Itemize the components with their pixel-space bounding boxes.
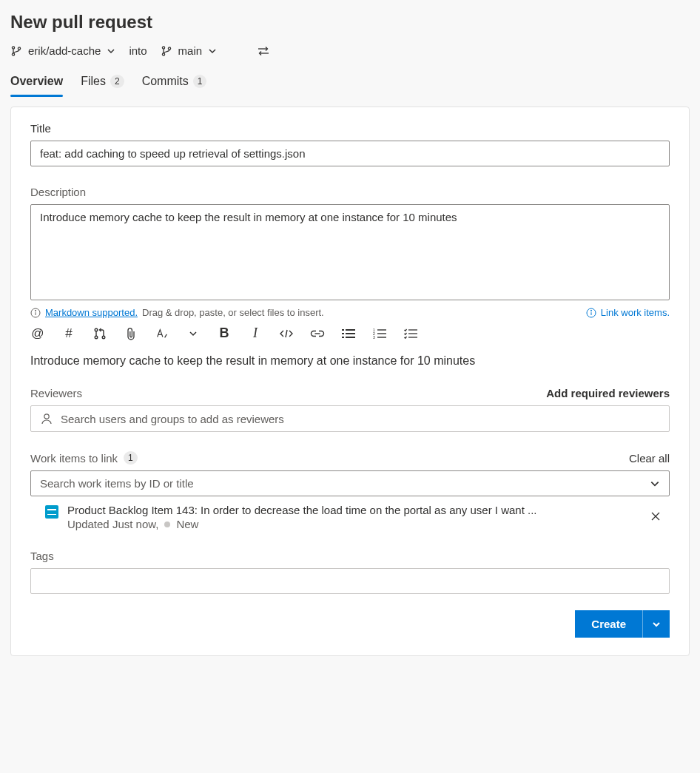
svg-rect-17	[342, 337, 344, 338]
svg-rect-18	[346, 337, 355, 338]
link-icon	[310, 328, 325, 339]
tab-overview[interactable]: Overview	[10, 70, 63, 97]
tab-label: Commits	[142, 75, 189, 88]
reviewers-label: Reviewers	[30, 387, 82, 399]
svg-rect-16	[346, 333, 355, 334]
info-icon	[586, 308, 596, 318]
close-icon	[650, 511, 661, 521]
svg-point-9	[590, 310, 591, 311]
swap-icon	[257, 45, 270, 57]
hash-button[interactable]: #	[61, 326, 76, 341]
work-item-state: New	[176, 518, 198, 530]
source-branch-name: erik/add-cache	[28, 44, 101, 57]
format-expand-button[interactable]	[186, 329, 201, 338]
chevron-down-icon	[652, 620, 661, 629]
commits-count-badge: 1	[193, 75, 207, 88]
work-item-updated: Updated Just now,	[67, 518, 158, 530]
svg-rect-14	[346, 329, 355, 331]
state-dot-icon	[164, 521, 170, 527]
numbered-list-icon: 123	[373, 328, 386, 339]
italic-button[interactable]: I	[248, 325, 263, 341]
pull-request-button[interactable]	[92, 327, 107, 340]
tab-files[interactable]: Files 2	[81, 70, 124, 97]
info-icon	[30, 308, 41, 318]
mention-button[interactable]: @	[30, 326, 45, 341]
svg-rect-15	[342, 333, 344, 334]
work-item-title: Product Backlog Item 143: In order to de…	[67, 504, 637, 516]
drag-drop-hint: Drag & drop, paste, or select files to i…	[142, 307, 324, 318]
person-icon	[40, 412, 53, 425]
code-icon	[279, 328, 294, 340]
chevron-down-icon	[107, 47, 115, 55]
svg-point-22	[44, 414, 49, 419]
work-items-count-badge: 1	[124, 451, 138, 465]
svg-point-10	[95, 328, 98, 331]
bullet-list-button[interactable]	[341, 328, 356, 339]
svg-point-2	[18, 47, 20, 49]
create-dropdown-button[interactable]	[642, 610, 670, 638]
tags-label: Tags	[30, 550, 670, 562]
files-count-badge: 2	[110, 75, 124, 88]
svg-point-0	[12, 46, 14, 48]
page-title: New pull request	[10, 12, 690, 33]
text-format-icon	[155, 327, 169, 340]
clear-all-button[interactable]: Clear all	[629, 452, 670, 465]
into-label: into	[129, 44, 147, 57]
work-item-type-icon	[45, 505, 58, 519]
add-required-reviewers-button[interactable]: Add required reviewers	[546, 387, 670, 399]
work-items-label: Work items to link	[30, 452, 118, 465]
reviewers-search-input[interactable]: Search users and groups to add as review…	[30, 405, 670, 432]
chevron-down-icon	[208, 47, 217, 55]
svg-text:3: 3	[373, 335, 375, 339]
description-label: Description	[30, 186, 670, 198]
link-work-items-button[interactable]: Link work items.	[586, 307, 670, 318]
reviewers-placeholder: Search users and groups to add as review…	[61, 413, 284, 425]
title-input[interactable]	[30, 141, 670, 166]
bullet-list-icon	[342, 328, 355, 339]
svg-point-11	[95, 336, 98, 339]
markdown-supported-link[interactable]: Markdown supported.	[45, 307, 138, 318]
branch-icon	[161, 45, 172, 57]
pull-request-icon	[93, 327, 107, 340]
svg-point-3	[162, 46, 164, 48]
text-format-button[interactable]	[155, 327, 169, 340]
link-work-items-label: Link work items.	[601, 307, 670, 318]
checklist-icon	[404, 328, 417, 339]
linked-work-item[interactable]: Product Backlog Item 143: In order to de…	[30, 496, 670, 530]
create-button[interactable]: Create	[575, 610, 642, 638]
chevron-down-icon	[189, 329, 198, 338]
title-label: Title	[30, 122, 670, 135]
svg-point-7	[35, 310, 36, 311]
attach-button[interactable]	[124, 327, 138, 340]
tab-label: Files	[81, 75, 106, 88]
link-button[interactable]	[310, 328, 325, 339]
svg-point-5	[168, 47, 170, 49]
paperclip-icon	[125, 327, 137, 340]
target-branch-picker[interactable]: main	[161, 44, 218, 57]
tab-label: Overview	[10, 75, 63, 88]
tab-commits[interactable]: Commits 1	[142, 70, 207, 97]
remove-work-item-button[interactable]	[646, 507, 665, 526]
branch-icon	[10, 45, 22, 57]
description-preview: Introduce memory cache to keep the resul…	[30, 354, 670, 368]
swap-branches-button[interactable]	[257, 45, 270, 57]
work-items-placeholder: Search work items by ID or title	[40, 477, 194, 490]
description-textarea[interactable]	[30, 204, 670, 300]
numbered-list-button[interactable]: 123	[372, 328, 387, 339]
target-branch-name: main	[178, 44, 203, 57]
checklist-button[interactable]	[403, 328, 418, 339]
svg-point-4	[162, 53, 164, 55]
source-branch-picker[interactable]: erik/add-cache	[10, 44, 115, 57]
svg-point-1	[12, 53, 14, 55]
chevron-down-icon	[650, 479, 660, 489]
tags-input[interactable]	[30, 568, 670, 594]
work-items-search-input[interactable]: Search work items by ID or title	[30, 470, 670, 496]
bold-button[interactable]: B	[217, 325, 232, 341]
code-button[interactable]	[279, 328, 294, 340]
svg-rect-13	[342, 329, 344, 331]
svg-point-12	[102, 336, 105, 339]
